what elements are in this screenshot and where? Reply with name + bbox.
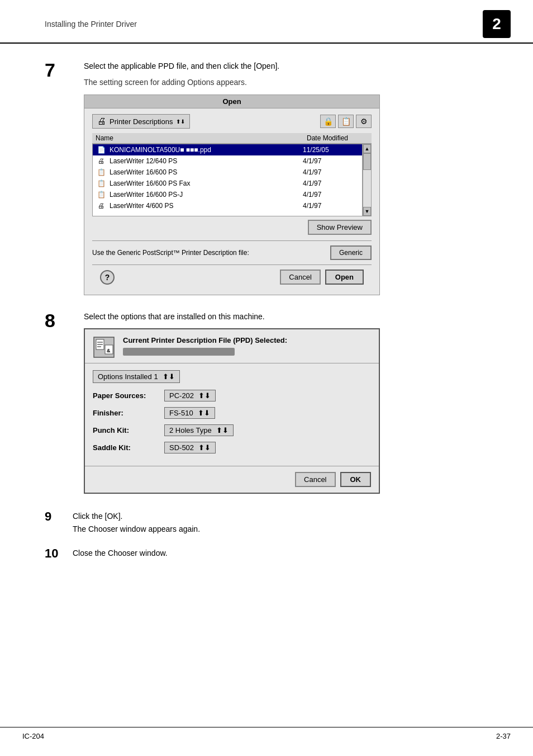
scrollbar[interactable]: ▲ ▼: [363, 144, 372, 216]
toolbar-icons: 🔒 📋 ⚙: [320, 115, 372, 128]
page-header: Installing the Printer Driver 2: [0, 0, 533, 44]
help-icon[interactable]: ?: [100, 270, 115, 285]
open-dialog-footer: ? Cancel Open: [92, 264, 372, 289]
saddle-kit-value: SD-502: [169, 443, 194, 452]
col-name-header: Name: [96, 134, 307, 142]
step-7-number: 7: [45, 60, 73, 295]
file-icon-1: 🖨: [96, 157, 106, 166]
scroll-up-btn[interactable]: ▲: [363, 144, 371, 153]
file-item-5[interactable]: 🖨 LaserWriter 4/600 PS 4/1/97: [93, 200, 362, 211]
file-name-3: LaserWriter 16/600 PS Fax: [110, 179, 299, 187]
toolbar-row: 🖨 Printer Descriptions ⬆⬇ 🔒 📋 ⚙: [92, 114, 372, 129]
punch-kit-arrow: ⬆⬇: [216, 426, 229, 434]
file-icon-0: 📄: [96, 145, 106, 154]
footer-left: IC-204: [22, 732, 44, 740]
open-dialog-body: 🖨 Printer Descriptions ⬆⬇ 🔒 📋 ⚙ Name: [84, 108, 379, 295]
file-item-1[interactable]: 🖨 LaserWriter 12/640 PS 4/1/97: [93, 155, 362, 167]
toolbar-icon-gear[interactable]: ⚙: [356, 115, 372, 128]
toolbar-icon-list[interactable]: 📋: [338, 115, 354, 128]
generic-ps-row: Use the Generic PostScript™ Printer Desc…: [92, 240, 372, 260]
cancel-button-options[interactable]: Cancel: [295, 472, 335, 487]
finisher-row: Finisher: FS-510 ⬆⬇: [93, 407, 371, 419]
generic-button[interactable]: Generic: [330, 245, 372, 260]
file-date-0: 11/25/05: [303, 146, 359, 154]
saddle-kit-label: Saddle Kit:: [93, 443, 160, 452]
file-list-header: Name Date Modified: [92, 133, 372, 144]
paper-sources-arrow: ⬆⬇: [198, 391, 211, 400]
dropdown-label: Printer Descriptions: [110, 117, 173, 126]
paper-sources-value: PC-202: [169, 391, 194, 400]
file-item-2[interactable]: 📋 LaserWriter 16/600 PS 4/1/97: [93, 167, 362, 178]
svg-rect-2: [97, 342, 103, 343]
options-installed-dropdown[interactable]: Options Installed 1 ⬆⬇: [93, 370, 180, 383]
punch-kit-row: Punch Kit: 2 Holes Type ⬆⬇: [93, 424, 371, 436]
step-7: 7 Select the applicable PPD file, and th…: [45, 60, 499, 295]
open-button[interactable]: Open: [325, 270, 364, 285]
step-8-number: 8: [45, 311, 73, 494]
file-date-4: 4/1/97: [303, 191, 359, 199]
step-9-line-2: The Chooser window appears again.: [73, 522, 200, 535]
file-date-3: 4/1/97: [303, 179, 359, 187]
options-installed-label: Options Installed 1: [98, 372, 158, 381]
file-name-2: LaserWriter 16/600 PS: [110, 168, 299, 176]
paper-sources-dropdown[interactable]: PC-202 ⬆⬇: [164, 390, 216, 401]
punch-kit-value: 2 Holes Type: [169, 426, 212, 434]
file-name-4: LaserWriter 16/600 PS-J: [110, 191, 299, 199]
chapter-number: 2: [483, 10, 511, 38]
show-preview-row: Show Preview: [92, 220, 372, 235]
step-8: 8 Select the options that are installed …: [45, 311, 499, 494]
ppd-icon: &: [93, 336, 115, 358]
options-dialog-title: Current Printer Description File (PPD) S…: [123, 336, 371, 344]
options-body: Options Installed 1 ⬆⬇ Paper Sources: PC…: [85, 363, 379, 466]
cancel-button-open[interactable]: Cancel: [280, 270, 320, 285]
step-9-line-1: Click the [OK].: [73, 509, 200, 522]
finisher-dropdown[interactable]: FS-510 ⬆⬇: [164, 407, 215, 419]
step-7-sub-text: The setting screen for adding Options ap…: [84, 78, 499, 87]
step-8-main-text: Select the options that are installed on…: [84, 311, 499, 323]
punch-kit-dropdown[interactable]: 2 Holes Type ⬆⬇: [164, 424, 234, 436]
step-10-number: 10: [45, 546, 65, 561]
finisher-label: Finisher:: [93, 409, 160, 417]
file-item-3[interactable]: 📋 LaserWriter 16/600 PS Fax 4/1/97: [93, 178, 362, 189]
step-9: 9 Click the [OK]. The Chooser window app…: [45, 509, 499, 535]
col-date-header: Date Modified: [307, 134, 368, 142]
main-content: 7 Select the applicable PPD file, and th…: [0, 60, 533, 561]
ok-button[interactable]: OK: [340, 472, 372, 487]
generic-ps-label: Use the Generic PostScript™ Printer Desc…: [92, 249, 325, 257]
dropdown-arrow-icon: ⬆⬇: [176, 119, 185, 125]
show-preview-button[interactable]: Show Preview: [308, 220, 372, 235]
paper-sources-label: Paper Sources:: [93, 391, 160, 400]
saddle-kit-row: Saddle Kit: SD-502 ⬆⬇: [93, 442, 371, 453]
options-installed-row: Options Installed 1 ⬆⬇: [93, 370, 371, 383]
step-10-text: Close the Chooser window.: [73, 546, 168, 559]
file-icon-3: 📋: [96, 179, 106, 188]
file-item-0[interactable]: 📄 KONICAMINOLTA500U■ ■■■.ppd 11/25/05: [93, 144, 362, 155]
toolbar-icon-lock[interactable]: 🔒: [320, 115, 336, 128]
saddle-kit-arrow: ⬆⬇: [198, 443, 211, 452]
options-installed-arrow: ⬆⬇: [163, 372, 175, 381]
header-title: Installing the Printer Driver: [45, 20, 137, 29]
step-7-main-text: Select the applicable PPD file, and then…: [84, 60, 499, 72]
step-10: 10 Close the Chooser window.: [45, 546, 499, 561]
printer-icon: 🖨: [97, 116, 106, 126]
scroll-track: [363, 153, 371, 207]
file-date-5: 4/1/97: [303, 202, 359, 210]
scroll-down-btn[interactable]: ▼: [363, 207, 371, 216]
step-8-content: Select the options that are installed on…: [84, 311, 499, 494]
saddle-kit-dropdown[interactable]: SD-502 ⬆⬇: [164, 442, 216, 453]
file-name-5: LaserWriter 4/600 PS: [110, 202, 299, 210]
finisher-value: FS-510: [169, 409, 193, 417]
file-name-0: KONICAMINOLTA500U■ ■■■.ppd: [110, 146, 299, 154]
printer-descriptions-dropdown[interactable]: 🖨 Printer Descriptions ⬆⬇: [92, 114, 190, 129]
file-list: 📄 KONICAMINOLTA500U■ ■■■.ppd 11/25/05 🖨 …: [92, 144, 363, 216]
paper-sources-row: Paper Sources: PC-202 ⬆⬇: [93, 390, 371, 401]
file-item-4[interactable]: 📋 LaserWriter 16/600 PS-J 4/1/97: [93, 189, 362, 200]
options-title-block: Current Printer Description File (PPD) S…: [123, 336, 371, 356]
open-dialog: Open 🖨 Printer Descriptions ⬆⬇ 🔒 📋 ⚙: [84, 94, 380, 295]
finisher-arrow: ⬆⬇: [198, 409, 210, 417]
file-icon-4: 📋: [96, 190, 106, 199]
file-icon-2: 📋: [96, 168, 106, 177]
footer-right: 2-37: [496, 732, 511, 740]
svg-rect-4: [97, 346, 101, 347]
open-dialog-title: Open: [84, 95, 379, 108]
